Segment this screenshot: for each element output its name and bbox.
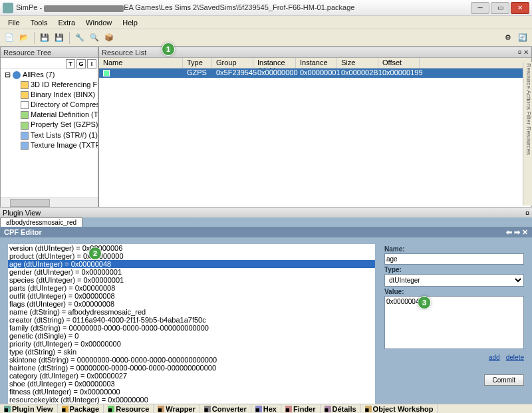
plugin-pin-icon[interactable]: ¤ [525, 209, 529, 217]
file-icon [21, 142, 29, 150]
tab-pluginview[interactable]: ■Plugin View [0, 404, 58, 413]
property-list[interactable]: version (dtUInteger) = 0x00000006product… [8, 244, 375, 413]
value-field[interactable]: 0x00000048 [384, 296, 524, 349]
globe-icon [13, 71, 21, 79]
property-row[interactable]: version (dtUInteger) = 0x00000006 [8, 244, 375, 252]
tab-finder[interactable]: ■Finder [281, 404, 321, 413]
property-row[interactable]: name (dtString) = afbodydressmosaic_red [8, 308, 375, 316]
tab-wrapper[interactable]: ■Wrapper [154, 404, 200, 413]
filter-g[interactable]: G [76, 59, 86, 69]
property-row[interactable]: category (dtUInteger) = 0x00000027 [8, 372, 375, 380]
property-row[interactable]: age (dtUInteger) = 0x00000048 [8, 260, 375, 268]
close-button[interactable]: ✕ [511, 2, 529, 14]
pane-pin-icon[interactable]: ¤ ✕ [518, 49, 529, 56]
icon-c[interactable]: 📦 [102, 31, 116, 45]
resource-list-title: Resource List [102, 49, 146, 57]
menu-file[interactable]: File [3, 17, 25, 28]
resource-tree-title: Resource Tree [3, 49, 51, 57]
icon-a[interactable]: 🔧 [73, 31, 86, 45]
property-row[interactable]: shoe (dtUInteger) = 0x00000003 [8, 380, 375, 388]
name-label: Name: [384, 245, 524, 253]
property-row[interactable]: genetic (dtSingle) = 0 [8, 332, 375, 340]
col-offset[interactable]: Offset [378, 58, 420, 68]
saveas-icon[interactable]: 💾 [53, 31, 66, 45]
save-icon[interactable]: 💾 [38, 31, 51, 45]
list-header: Name Type Group Instance (high) Instance… [99, 58, 531, 69]
col-size[interactable]: Size [337, 58, 378, 68]
property-row[interactable]: flags (dtUInteger) = 0x00000008 [8, 300, 375, 308]
tab-details[interactable]: ■Détails [321, 404, 361, 413]
add-link[interactable]: add [489, 354, 500, 361]
menu-extra[interactable]: Extra [53, 17, 80, 28]
property-row[interactable]: species (dtUInteger) = 0x00000001 [8, 276, 375, 284]
menu-tools[interactable]: Tools [25, 17, 53, 28]
plugin-view-panel: Plugin View¤ afbodydressmosaic_red CPF E… [0, 208, 532, 404]
property-row[interactable]: type (dtString) = skin [8, 348, 375, 356]
property-row[interactable]: resourcekeyidx (dtUInteger) = 0x00000000 [8, 396, 375, 404]
resource-tree-panel: Resource Tree T G I ⊟ AllRes (7) 3D ID R… [0, 47, 98, 207]
plugin-tab[interactable]: afbodydressmosaic_red [0, 217, 82, 227]
property-row[interactable]: product (dtUInteger) = 0x00000000 [8, 252, 375, 260]
property-row[interactable]: parts (dtUInteger) = 0x00000008 [8, 284, 375, 292]
resource-tree[interactable]: ⊟ AllRes (7) 3D ID Referencing File (3ID… [1, 69, 98, 198]
menu-help[interactable]: Help [117, 17, 143, 28]
tab-package[interactable]: ■Package [58, 404, 104, 413]
property-row[interactable]: skintone (dtString) = 00000000-0000-0000… [8, 356, 375, 364]
property-row[interactable]: fitness (dtUInteger) = 0x00000000 [8, 388, 375, 396]
tree-scrollbar[interactable] [1, 198, 98, 207]
app-icon [3, 3, 13, 13]
type-select[interactable]: dtUInteger [384, 274, 524, 287]
property-row[interactable]: priority (dtUInteger) = 0x00000000 [8, 340, 375, 348]
value-label: Value: [384, 288, 524, 295]
tab-objectworkshop[interactable]: ■Object Workshop [361, 404, 438, 413]
file-icon [21, 132, 29, 140]
tab-resource[interactable]: ■Resource [104, 404, 154, 413]
bottom-tabs: ■Plugin View ■Package ■Resource ■Wrapper… [0, 404, 532, 413]
property-row[interactable]: outfit (dtUInteger) = 0x00000008 [8, 292, 375, 300]
file-icon [21, 91, 29, 99]
side-tabs[interactable]: Resource Actions Filter Resources [523, 62, 532, 206]
open-icon[interactable]: 📂 [17, 31, 31, 45]
resource-list-panel: Resource List¤ ✕ Name Type Group Instanc… [98, 47, 532, 207]
cpf-editor-title: CPF Editor⬅ ➡ ✕ [0, 227, 532, 237]
badge-2: 2 [88, 247, 102, 260]
file-icon [21, 101, 29, 109]
name-field[interactable] [384, 253, 524, 265]
file-icon [21, 122, 29, 130]
col-name[interactable]: Name [99, 58, 183, 68]
file-icon [21, 81, 29, 89]
menu-bar: File Tools Extra Window Help [0, 16, 532, 29]
tab-hex[interactable]: ■Hex [251, 404, 281, 413]
menu-window[interactable]: Window [80, 17, 117, 28]
toolbar: 📄 📂 💾 💾 🔧 🔍 📦 ⚙ 🔄 [0, 29, 532, 47]
badge-3: 3 [418, 296, 431, 309]
col-ihigh[interactable]: Instance (high) [253, 58, 296, 68]
type-label: Type: [384, 266, 524, 273]
filter-i[interactable]: I [87, 59, 96, 69]
col-group[interactable]: Group [212, 58, 253, 68]
new-icon[interactable]: 📄 [3, 31, 16, 45]
property-row[interactable]: creator (dtString) = 0116a940-4000-2f1f-… [8, 316, 375, 324]
commit-button[interactable]: Commit [484, 374, 524, 386]
delete-link[interactable]: delete [506, 354, 524, 361]
icon-b[interactable]: 🔍 [88, 31, 101, 45]
plugin-view-title: Plugin View [3, 209, 41, 217]
filter-t[interactable]: T [66, 59, 75, 69]
tab-converter[interactable]: ■Converter [200, 404, 251, 413]
property-form: Name: Type: dtUInteger Value: 0x00000048… [384, 244, 524, 413]
icon-e[interactable]: 🔄 [516, 31, 529, 45]
icon-d[interactable]: ⚙ [501, 31, 515, 45]
file-icon [21, 111, 29, 119]
col-inst[interactable]: Instance [296, 58, 337, 68]
property-row[interactable]: gender (dtUInteger) = 0x00000001 [8, 268, 375, 276]
property-row[interactable]: family (dtString) = 00000000-0000-0000-0… [8, 324, 375, 332]
col-type[interactable]: Type [183, 58, 212, 68]
row-icon [103, 70, 110, 76]
maximize-button[interactable]: ▭ [491, 2, 509, 14]
window-title: SimPe - EA Games\Les Sims 2\SavedSims\5f… [16, 3, 471, 11]
property-row[interactable]: hairtone (dtString) = 00000000-0000-0000… [8, 364, 375, 372]
table-row[interactable]: afbodydressmosaic_red GZPS 0x5F239545 0x… [99, 69, 531, 78]
minimize-button[interactable]: ─ [471, 2, 489, 14]
badge-1: 1 [162, 43, 175, 56]
